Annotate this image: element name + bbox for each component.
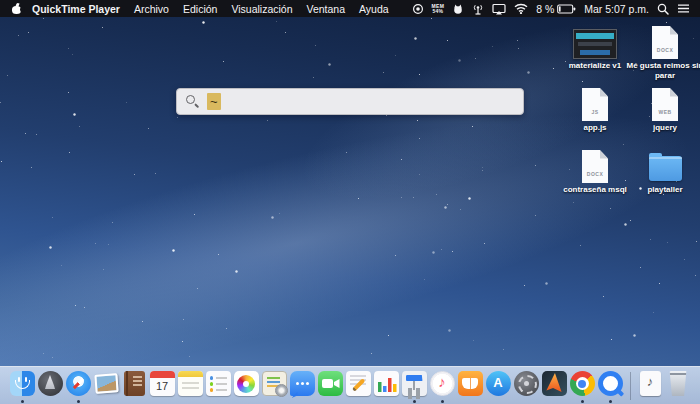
file-type-badge: WEB	[652, 109, 678, 115]
photos-icon	[234, 371, 259, 396]
calendar-day: 17	[150, 378, 175, 395]
desktop-icon-label: Mé gusta reimos sin parar	[625, 61, 700, 81]
apple-menu[interactable]	[12, 4, 22, 14]
running-indicator	[609, 400, 612, 403]
menu-clock[interactable]: Mar 5:07 p.m.	[584, 3, 649, 15]
desktop-wallpaper: QuickTime Player ArchivoEdiciónVisualiza…	[0, 0, 700, 404]
dock-separator	[630, 372, 631, 400]
matlab-icon	[542, 371, 567, 396]
desktop-icon-materialize-v1[interactable]: materialize v1	[562, 22, 628, 84]
desktop-icon-contraseña-msql[interactable]: DOCXcontraseña msql	[562, 146, 628, 208]
running-indicator	[413, 400, 416, 403]
dock-photos[interactable]	[234, 371, 259, 404]
desktop-icon-app-js[interactable]: JSapp.js	[562, 84, 628, 146]
trash-icon	[669, 371, 688, 396]
spotlight-icon[interactable]	[657, 3, 669, 15]
desktop-icon-label: materialize v1	[555, 61, 635, 71]
numbers-icon	[374, 371, 399, 396]
desktop-icon-slot: DOCX	[582, 146, 608, 183]
dock-messages[interactable]	[290, 371, 315, 404]
page-fold-corner	[600, 150, 608, 159]
dock-keynote[interactable]	[402, 371, 427, 404]
file-type-badge: DOCX	[652, 47, 678, 53]
desktop-icon-label: contraseña msql	[555, 185, 635, 195]
menu-archivo[interactable]: Archivo	[134, 3, 169, 15]
desktop-icon-slot: JS	[582, 84, 608, 121]
desktop-icon-label: app.js	[555, 123, 635, 133]
dock-reminders[interactable]	[206, 371, 231, 404]
search-input[interactable]: ~	[176, 88, 524, 115]
menu-edición[interactable]: Edición	[183, 3, 217, 15]
dock-chrome[interactable]	[570, 371, 595, 404]
desktop-icon-playtaller[interactable]: playtaller	[632, 146, 698, 208]
dock-safari[interactable]	[66, 371, 91, 404]
running-indicator	[581, 400, 584, 403]
dock-trash[interactable]	[666, 371, 691, 404]
calendar-icon: 17	[150, 371, 175, 396]
battery-status[interactable]: 8 %	[536, 3, 576, 15]
dock-preview[interactable]	[94, 371, 119, 404]
notification-center-icon[interactable]	[677, 3, 690, 14]
menu-ventana[interactable]: Ventana	[307, 3, 346, 15]
page-fold-corner	[670, 26, 678, 35]
desktop-icon-mé-gusta-reimos-sin-parar[interactable]: DOCXMé gusta reimos sin parar	[632, 22, 698, 84]
music-file-icon	[640, 371, 661, 396]
menu-bar: QuickTime Player ArchivoEdiciónVisualiza…	[0, 0, 700, 17]
dock-music-file[interactable]	[638, 371, 663, 404]
dock-finder[interactable]	[10, 371, 35, 404]
appstore-icon	[486, 371, 511, 396]
dock-installer[interactable]	[262, 371, 287, 404]
contacts-icon	[124, 371, 145, 396]
wifi-icon[interactable]	[514, 3, 528, 14]
desktop-icon-grid: materialize v1DOCXMé gusta reimos sin pa…	[562, 22, 698, 208]
file-type-badge: DOCX	[582, 171, 608, 177]
desktop-icon-jquery[interactable]: WEBjquery	[632, 84, 698, 146]
page-file-icon: DOCX	[582, 150, 608, 183]
page-fold-corner	[600, 88, 608, 97]
facetime-icon	[318, 371, 343, 396]
installer-icon	[262, 371, 287, 396]
battery-icon	[557, 4, 576, 14]
folder-file-icon	[649, 156, 682, 181]
search-icon	[186, 95, 200, 109]
dock-itunes[interactable]	[430, 371, 455, 404]
running-indicator	[77, 400, 80, 403]
keynote-icon	[402, 371, 427, 396]
apple-logo-bite	[20, 7, 25, 12]
dock-contacts[interactable]	[122, 371, 147, 404]
dock-system-preferences[interactable]	[514, 371, 539, 404]
desktop-icon-label: playtaller	[625, 185, 700, 195]
reminders-icon	[206, 371, 231, 396]
mem-usage-indicator[interactable]: MEM 54%	[432, 4, 445, 14]
active-app-menu[interactable]: QuickTime Player	[32, 3, 120, 15]
menu-visualización[interactable]: Visualización	[231, 3, 292, 15]
messages-icon	[290, 371, 315, 396]
running-indicator	[21, 400, 24, 403]
dock-numbers[interactable]	[374, 371, 399, 404]
status-area: MEM 54%	[412, 3, 700, 15]
dock-facetime[interactable]	[318, 371, 343, 404]
dock-launchpad[interactable]	[38, 371, 63, 404]
airplay-display-icon[interactable]	[492, 3, 506, 15]
dock-notes[interactable]	[178, 371, 203, 404]
battery-percent: 8 %	[536, 3, 554, 15]
desktop-icon-slot	[649, 146, 682, 183]
dock: 17	[0, 366, 700, 404]
mem-value: 54%	[432, 9, 443, 14]
dock-calendar[interactable]: 17	[150, 371, 175, 404]
screenshot-file-icon	[573, 29, 617, 59]
antenna-icon[interactable]	[472, 3, 484, 15]
dock-pages[interactable]	[346, 371, 371, 404]
bug-icon[interactable]	[452, 3, 464, 15]
dock-matlab[interactable]	[542, 371, 567, 404]
notes-icon	[178, 371, 203, 396]
ibooks-icon	[458, 371, 483, 396]
record-stop-icon[interactable]	[412, 3, 424, 15]
running-indicator	[441, 400, 444, 403]
page-file-icon: DOCX	[652, 26, 678, 59]
dock-appstore[interactable]	[486, 371, 511, 404]
menu-ayuda[interactable]: Ayuda	[359, 3, 389, 15]
dock-quicktime[interactable]	[598, 371, 623, 404]
dock-ibooks[interactable]	[458, 371, 483, 404]
file-type-badge: JS	[582, 109, 608, 115]
